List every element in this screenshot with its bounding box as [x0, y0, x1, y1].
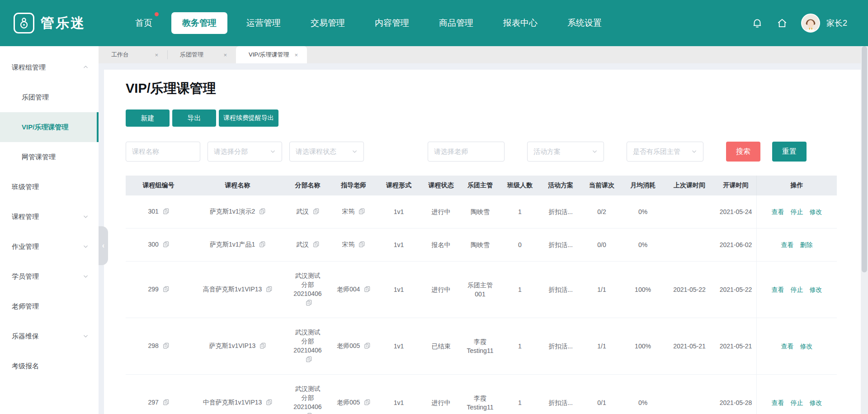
close-tab-icon[interactable]: ×	[223, 52, 227, 58]
action-edit[interactable]: 修改	[810, 207, 822, 216]
action-edit[interactable]: 修改	[800, 342, 813, 351]
action-stop[interactable]: 停止	[791, 207, 803, 216]
sidebar-item-label: 老师管理	[12, 302, 39, 311]
action-delete[interactable]: 删除	[800, 240, 813, 249]
filter-select-请选择分部[interactable]: 请选择分部	[208, 142, 282, 162]
filter-select-活动方案[interactable]: 活动方案	[527, 142, 604, 162]
copy-icon[interactable]	[266, 286, 272, 295]
main-scrollbar-thumb[interactable]	[862, 46, 867, 272]
cell-text: 乐团主管001	[464, 281, 496, 299]
cell-start_time: 2021-05-21	[715, 318, 756, 374]
copy-icon[interactable]	[266, 399, 272, 408]
filter-input-请选择老师[interactable]: 请选择老师	[428, 142, 505, 162]
copy-icon[interactable]	[313, 241, 319, 250]
sidebar-item[interactable]: 考级报名	[0, 351, 99, 381]
home-icon[interactable]	[776, 17, 788, 29]
copy-icon[interactable]	[306, 356, 312, 365]
copy-icon[interactable]	[364, 286, 370, 295]
cell-monthly: 0%	[622, 228, 664, 261]
sidebar-subitem[interactable]: 乐团管理	[0, 82, 99, 112]
copy-icon[interactable]	[359, 208, 365, 217]
filter-select-请选课程状态[interactable]: 请选课程状态	[289, 142, 364, 162]
toolbar-button-3[interactable]: 课程续费提醒导出	[219, 109, 278, 127]
action-view[interactable]: 查看	[772, 207, 784, 216]
nav-item-1[interactable]: 首页	[124, 12, 163, 34]
copy-icon[interactable]	[306, 299, 312, 308]
cell-text: 2021-06-02	[720, 240, 752, 249]
action-stop[interactable]: 停止	[791, 285, 803, 294]
sidebar-subitem[interactable]: VIP/乐理课管理	[0, 112, 99, 142]
sidebar-subitem[interactable]: 网管课管理	[0, 142, 99, 172]
copy-icon[interactable]	[259, 241, 265, 250]
action-view[interactable]: 查看	[781, 342, 794, 351]
copy-icon[interactable]	[313, 208, 319, 217]
search-button[interactable]: 搜索	[726, 142, 760, 162]
action-view[interactable]: 查看	[781, 240, 794, 249]
filter-input-课程名称[interactable]: 课程名称	[126, 142, 200, 162]
cell-plan: 折扣活...	[540, 375, 581, 414]
copy-icon[interactable]	[163, 286, 169, 295]
user-avatar[interactable]	[801, 14, 820, 33]
copy-icon[interactable]	[163, 208, 169, 217]
copy-icon[interactable]	[163, 342, 169, 351]
toolbar-button-1[interactable]: 新建	[126, 109, 170, 127]
copy-icon[interactable]	[163, 399, 169, 408]
sidebar-item[interactable]: 课程组管理	[0, 52, 99, 82]
action-edit[interactable]: 修改	[810, 285, 822, 294]
tab-工作台[interactable]: 工作台×	[99, 46, 167, 63]
cell-text: 折扣活...	[548, 240, 573, 249]
nav-item-8[interactable]: 系统设置	[557, 12, 613, 34]
close-tab-icon[interactable]: ×	[155, 52, 158, 58]
sidebar-item[interactable]: 班级管理	[0, 172, 99, 202]
sidebar-item[interactable]: 学员管理	[0, 262, 99, 291]
filter-select-是否有乐团主管[interactable]: 是否有乐团主管	[627, 142, 703, 162]
tab-乐团管理[interactable]: 乐团管理×	[167, 46, 236, 63]
cell-text: 0%	[638, 398, 647, 407]
cell-plan: 折扣活...	[540, 262, 581, 318]
nav-item-7[interactable]: 报表中心	[492, 12, 548, 34]
cell-monthly: 0%	[622, 195, 664, 228]
cell-actions: 查看删除	[756, 228, 837, 261]
action-view[interactable]: 查看	[772, 285, 784, 294]
copy-icon[interactable]	[259, 208, 265, 217]
notification-bell-icon[interactable]	[751, 17, 764, 29]
sidebar-item[interactable]: 老师管理	[0, 291, 99, 321]
nav-item-3[interactable]: 运营管理	[236, 12, 292, 34]
sidebar-item[interactable]: 乐器维保	[0, 321, 99, 351]
cell-text: 老师005	[337, 398, 370, 408]
cell-text: 高音萨克斯1v1VIP13	[203, 285, 273, 295]
cell-leader: 陶映雪	[460, 228, 500, 261]
cell-monthly: 0%	[622, 375, 664, 414]
copy-icon[interactable]	[359, 241, 365, 250]
cell-leader: 乐团主管001	[460, 262, 500, 318]
column-header: 课程名称	[191, 176, 284, 195]
action-edit[interactable]: 修改	[810, 398, 822, 407]
tab-VIP/乐理课管理[interactable]: VIP/乐理课管理×	[236, 46, 307, 63]
copy-icon[interactable]	[259, 342, 266, 351]
sidebar-item[interactable]: 作业管理	[0, 232, 99, 262]
cell-current: 0/2	[581, 195, 622, 228]
sidebar-item[interactable]: 课程管理	[0, 202, 99, 232]
user-name[interactable]: 家长2	[826, 18, 847, 29]
copy-icon[interactable]	[364, 342, 370, 351]
nav-item-5[interactable]: 内容管理	[364, 12, 420, 34]
nav-item-6[interactable]: 商品管理	[428, 12, 484, 34]
reset-button[interactable]: 重置	[772, 142, 807, 162]
action-view[interactable]: 查看	[772, 398, 784, 407]
copy-icon[interactable]	[306, 412, 312, 414]
action-stop[interactable]: 停止	[791, 398, 803, 407]
cell-text: 0/1	[597, 398, 606, 407]
copy-icon[interactable]	[364, 399, 370, 408]
chevron-down-icon	[352, 148, 358, 156]
nav-item-label: 运营管理	[246, 18, 281, 28]
cell-leader: 陶映雪	[460, 195, 500, 228]
close-tab-icon[interactable]: ×	[295, 52, 298, 58]
cell-monthly: 100%	[622, 318, 664, 374]
nav-item-2[interactable]: 教务管理	[171, 12, 227, 34]
toolbar-button-2[interactable]: 导出	[172, 109, 216, 127]
top-header-bar: 管乐迷 首页教务管理运营管理交易管理内容管理商品管理报表中心系统设置 家长2	[0, 0, 868, 46]
copy-icon[interactable]	[163, 241, 169, 250]
sidebar-collapse-handle[interactable]: ‹	[99, 226, 108, 265]
nav-item-4[interactable]: 交易管理	[300, 12, 356, 34]
main-scrollbar[interactable]	[861, 46, 868, 414]
